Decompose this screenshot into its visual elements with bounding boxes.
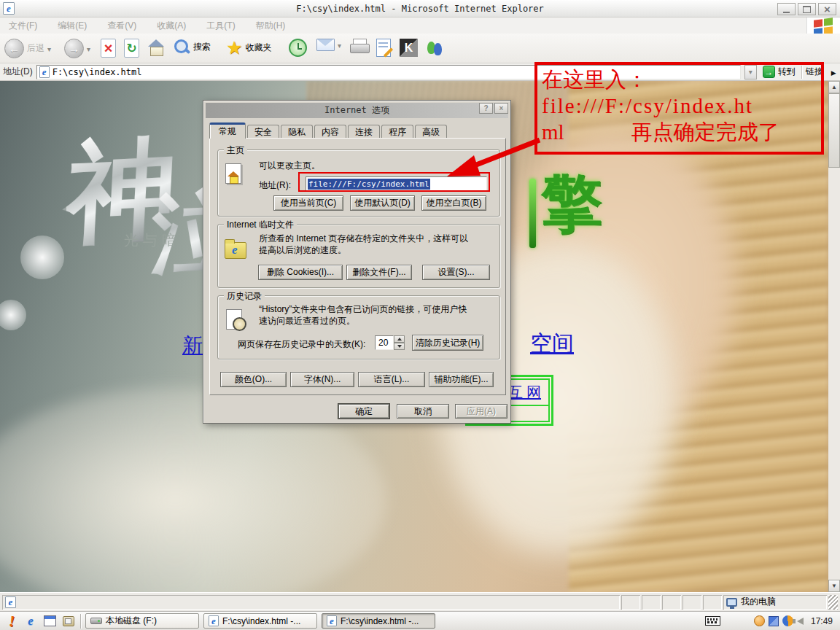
tab-programs[interactable]: 程序 (381, 125, 413, 139)
menu-edit[interactable]: 编辑(E) (58, 20, 87, 32)
menu-favorites[interactable]: 收藏(A) (157, 20, 186, 32)
window-title: F:\csy\index.html - Microsoft Internet E… (0, 4, 840, 14)
menu-file[interactable]: 文件(F) (9, 20, 37, 32)
history-group-label: 历史记录 (224, 290, 265, 303)
quicklaunch-show-desktop-icon[interactable] (61, 614, 76, 629)
status-bar: 我的电脑 (0, 592, 840, 611)
delete-cookies-button[interactable]: 删除 Cookies(I)... (258, 265, 343, 280)
homepage-address-label: 地址(R): (259, 179, 291, 192)
quicklaunch-window-icon[interactable] (42, 614, 57, 629)
disk-drive-icon (90, 618, 102, 624)
use-current-button[interactable]: 使用当前页(C) (273, 195, 343, 211)
apply-button[interactable]: 应用(A) (455, 404, 508, 419)
tab-content[interactable]: 内容 (314, 125, 346, 139)
menu-tools[interactable]: 工具(T) (206, 20, 235, 32)
tray-volume-icon[interactable] (797, 618, 804, 625)
taskbar-button-ie-2-label: F:\csy\index.html -... (341, 616, 419, 626)
ok-button[interactable]: 确定 (338, 404, 389, 419)
mail-button[interactable] (316, 39, 341, 51)
annotation-line-2: file:///F:/csy/index.ht (542, 93, 817, 119)
back-dropdown-icon[interactable] (47, 44, 51, 54)
clear-history-button[interactable]: 清除历史记录(H) (412, 335, 483, 351)
temp-files-buttons: 删除 Cookies(I)... 删除文件(F)... 设置(S)... (258, 265, 490, 280)
fonts-button[interactable]: 字体(N)... (290, 372, 354, 387)
quicklaunch-ie-icon[interactable] (23, 614, 38, 629)
tray-app-icon-1[interactable] (754, 615, 765, 626)
tab-general[interactable]: 常规 (209, 122, 246, 139)
tab-connections[interactable]: 连接 (348, 125, 380, 139)
stop-button[interactable] (101, 39, 116, 58)
settings-button[interactable]: 设置(S)... (422, 265, 490, 280)
messenger-icon (426, 39, 444, 57)
history-clock-icon (226, 309, 242, 330)
status-panel (662, 595, 681, 610)
edit-button[interactable] (376, 39, 391, 57)
accessibility-button[interactable]: 辅助功能(E)... (429, 372, 494, 387)
history-button[interactable] (289, 39, 307, 57)
taskbar-button-ie-1[interactable]: F:\csy\index.html -... (203, 613, 317, 629)
colors-button[interactable]: 颜色(O)... (220, 372, 287, 387)
window-titlebar: F:\csy\index.html - Microsoft Internet E… (0, 0, 840, 18)
use-default-button[interactable]: 使用默认页(D) (350, 195, 415, 211)
scroll-up-icon[interactable] (828, 81, 840, 93)
history-days-spinner[interactable]: 20 (375, 335, 405, 350)
taskbar-button-disk[interactable]: 本地磁盘 (F:) (85, 613, 199, 629)
history-days-label: 网页保存在历史记录中的天数(K): (238, 338, 365, 351)
temp-files-desc-2: 提高以后浏览的速度。 (259, 244, 346, 257)
delete-files-button[interactable]: 删除文件(F)... (346, 265, 412, 280)
temp-files-folder-icon (225, 242, 246, 259)
tray-app-icon-2[interactable] (769, 616, 779, 626)
use-blank-button[interactable]: 使用空白页(B) (421, 195, 486, 211)
messenger-button[interactable] (426, 39, 444, 57)
cancel-button[interactable]: 取消 (397, 404, 449, 419)
minimize-button[interactable] (777, 3, 796, 15)
status-panel (682, 595, 701, 610)
scroll-down-icon[interactable] (828, 580, 840, 592)
languages-button[interactable]: 语言(L)... (358, 372, 425, 387)
homepage-buttons: 使用当前页(C) 使用默认页(D) 使用空白页(B) (273, 195, 486, 211)
forward-dropdown-icon[interactable] (87, 44, 90, 54)
spinner-up-icon[interactable] (394, 335, 405, 343)
home-button[interactable] (147, 39, 165, 56)
annotation-line-1: 在这里入： (542, 66, 817, 93)
page-link-space[interactable]: 空间 (530, 329, 574, 359)
tray-app-icon-3[interactable] (782, 615, 793, 626)
spinner-down-icon[interactable] (394, 343, 405, 350)
tab-privacy[interactable]: 隐私 (281, 125, 313, 139)
tab-security[interactable]: 安全 (247, 125, 279, 139)
k-app-button[interactable] (400, 39, 418, 57)
favorites-button[interactable]: 收藏夹 (226, 39, 271, 57)
page-link-left[interactable]: 新 (182, 332, 203, 359)
dialog-close-button[interactable]: × (494, 103, 508, 114)
page-scrollbar[interactable] (828, 81, 840, 592)
back-button[interactable]: 后退 (4, 39, 51, 58)
input-method-keyboard-icon[interactable] (705, 616, 720, 626)
appearance-buttons: 颜色(O)... 字体(N)... 语言(L)... 辅助功能(E)... (220, 372, 494, 387)
status-panel (642, 595, 661, 610)
homepage-hint: 可以更改主页。 (259, 160, 320, 172)
status-page-icon (5, 596, 16, 608)
search-button[interactable]: 搜索 (174, 39, 211, 55)
taskbar-button-ie-2[interactable]: F:\csy\index.html -... (322, 613, 435, 629)
resize-grip[interactable] (828, 595, 838, 610)
annotation-box: 在这里入： file:///F:/csy/index.ht ml 再点确定完成了 (534, 62, 824, 155)
restore-button[interactable] (798, 3, 816, 15)
close-button[interactable] (818, 3, 836, 15)
temp-files-group-label: Internet 临时文件 (224, 219, 297, 231)
refresh-button[interactable] (124, 39, 139, 58)
history-days-value[interactable]: 20 (375, 335, 394, 350)
dialog-help-button[interactable]: ? (479, 103, 493, 114)
address-value: F:\csy\index.html (52, 67, 142, 77)
start-icon[interactable] (4, 614, 19, 629)
annotation-line-3-left: ml (542, 119, 564, 145)
taskbar-ie-icon (327, 615, 337, 626)
print-button[interactable] (350, 39, 368, 53)
annotation-line-3-right: 再点确定完成了 (631, 119, 779, 145)
links-chevron-icon[interactable] (831, 67, 836, 77)
menu-view[interactable]: 查看(V) (107, 20, 136, 32)
mail-dropdown-icon[interactable] (338, 40, 341, 50)
forward-button[interactable] (64, 39, 90, 58)
scrollbar-thumb[interactable] (828, 93, 840, 168)
menu-help[interactable]: 帮助(H) (256, 20, 286, 32)
page-link-boxed[interactable]: 互 网 (508, 383, 541, 402)
